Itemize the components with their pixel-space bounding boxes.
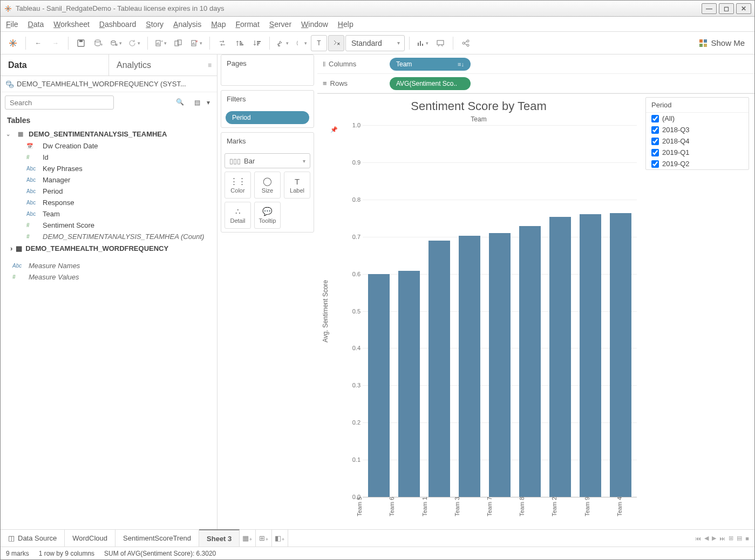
sheet-tab-sentimentscoretrend[interactable]: SentimentScoreTrend: [115, 530, 199, 547]
rows-pill-avg-sentiment[interactable]: AVG(Sentiment Sco..: [390, 77, 471, 90]
mark-detail-button[interactable]: ∴Detail: [225, 202, 251, 229]
mark-color-button[interactable]: ⋮⋮Color: [225, 172, 251, 199]
tab-data[interactable]: Data: [1, 54, 108, 76]
mark-label-button[interactable]: TLabel: [284, 172, 310, 199]
bar-team-3[interactable]: [457, 125, 482, 497]
next-tab-button[interactable]: ▶: [712, 535, 716, 542]
field-team[interactable]: AbcTeam: [1, 208, 217, 220]
field-measure-names[interactable]: Abc Measure Names: [1, 260, 217, 271]
group-button[interactable]: [293, 35, 310, 51]
bar-team-8[interactable]: [517, 125, 543, 497]
menu-help[interactable]: Help: [338, 20, 353, 29]
bar-team-5[interactable]: [366, 125, 392, 497]
prev-tab-button[interactable]: ◀: [704, 535, 709, 542]
field-id[interactable]: #Id: [1, 152, 217, 163]
field-demo-sentimentanalysis-teamhea-count-[interactable]: #DEMO_SENTIMENTANALYSIS_TEAMHEA (Count): [1, 231, 217, 242]
menu-story[interactable]: Story: [146, 20, 164, 29]
share-button[interactable]: [458, 35, 474, 51]
columns-shelf[interactable]: ⦀Columns Team≡↓: [317, 54, 754, 74]
redo-button[interactable]: →: [47, 35, 64, 51]
datasource-row[interactable]: DEMO_TEAMHEALTH_WORDFREQUENCY (SYST...: [1, 76, 217, 92]
menu-dashboard[interactable]: Dashboard: [99, 20, 137, 29]
window-minimize-button[interactable]: —: [702, 3, 717, 14]
mark-size-button[interactable]: ◯Size: [254, 172, 281, 199]
search-input[interactable]: [5, 95, 114, 110]
refresh-button[interactable]: [126, 35, 143, 51]
sort-asc-button[interactable]: [232, 35, 248, 51]
field-sentiment-score[interactable]: #Sentiment Score: [1, 220, 217, 231]
view-list-icon[interactable]: ▤: [192, 97, 203, 108]
new-worksheet-tab-button[interactable]: ▦₊: [240, 530, 256, 547]
swap-button[interactable]: [214, 35, 230, 51]
sort-desc-button[interactable]: [249, 35, 265, 51]
presentation-button[interactable]: [432, 35, 448, 51]
show-tabs-button[interactable]: ■: [745, 535, 749, 542]
bar-team-2[interactable]: [547, 125, 573, 497]
duplicate-button[interactable]: [171, 35, 187, 51]
filter-checkbox[interactable]: [651, 115, 659, 122]
new-story-tab-button[interactable]: ◧₊: [272, 530, 288, 547]
fix-axes-button[interactable]: ✕: [328, 35, 344, 51]
menu-format[interactable]: Format: [235, 20, 259, 29]
fit-selector[interactable]: Standard: [345, 35, 405, 51]
tableau-logo-button[interactable]: [5, 35, 21, 51]
new-datasource-button[interactable]: +: [90, 35, 106, 51]
filter-pill-period[interactable]: Period: [226, 111, 309, 124]
filter-checkbox[interactable]: [651, 160, 659, 168]
mark-type-selector[interactable]: ▯▯▯ Bar: [225, 153, 310, 168]
menu-server[interactable]: Server: [269, 20, 291, 29]
field-key-phrases[interactable]: AbcKey Phrases: [1, 163, 217, 174]
undo-button[interactable]: ←: [30, 35, 46, 51]
field-manager[interactable]: AbcManager: [1, 174, 217, 186]
filter-item-2018-q4[interactable]: 2018-Q4: [646, 135, 749, 147]
filter-checkbox[interactable]: [651, 149, 659, 156]
show-me-button[interactable]: Show Me: [693, 38, 750, 47]
menu-map[interactable]: Map: [211, 20, 226, 29]
filter-checkbox[interactable]: [651, 138, 659, 145]
table-wordfreq[interactable]: › ▦ DEMO_TEAMHEALTH_WORDFREQUENCY: [1, 242, 217, 255]
filter-item-2019-q2[interactable]: 2019-Q2: [646, 158, 749, 169]
menu-worksheet[interactable]: Worksheet: [53, 20, 90, 29]
show-cards-button[interactable]: [414, 35, 431, 51]
menu-window[interactable]: Window: [301, 20, 328, 29]
pages-card[interactable]: Pages: [221, 54, 314, 86]
field-response[interactable]: AbcResponse: [1, 197, 217, 208]
first-tab-button[interactable]: ⏮: [695, 535, 701, 542]
menu-file[interactable]: File: [6, 20, 18, 29]
table-sentiment[interactable]: ⌄ ▦ DEMO_SENTIMENTANALYSIS_TEAMHEA: [1, 128, 217, 140]
chart-viz[interactable]: Sentiment Score by Team Team Avg. Sentim…: [317, 94, 643, 529]
view-options-dropdown[interactable]: ▾: [204, 97, 213, 108]
field-measure-values[interactable]: # Measure Values: [1, 271, 217, 283]
columns-pill-team[interactable]: Team≡↓: [390, 58, 471, 71]
show-sheets-button[interactable]: ⊞: [729, 535, 733, 542]
filter-item-2018-q3[interactable]: 2018-Q3: [646, 124, 749, 135]
clear-button[interactable]: [188, 35, 205, 51]
menu-data[interactable]: Data: [28, 20, 44, 29]
field-period[interactable]: AbcPeriod: [1, 186, 217, 197]
pause-autoupdate-button[interactable]: [107, 35, 125, 51]
rows-shelf[interactable]: ≡Rows AVG(Sentiment Sco..: [317, 74, 754, 93]
filters-card[interactable]: Filters Period: [221, 90, 314, 128]
new-worksheet-button[interactable]: +: [152, 35, 169, 51]
mark-tooltip-button[interactable]: 💬Tooltip: [254, 202, 281, 229]
filter-item-2019-q1[interactable]: 2019-Q1: [646, 147, 749, 158]
last-tab-button[interactable]: ⏭: [719, 535, 725, 542]
labels-button[interactable]: T: [311, 35, 327, 51]
show-filmstrip-button[interactable]: ▤: [737, 535, 742, 542]
bar-team-1[interactable]: [426, 125, 452, 497]
bar-team-9[interactable]: [577, 125, 603, 497]
tab-analytics[interactable]: Analytics: [108, 54, 217, 76]
window-close-button[interactable]: ✕: [736, 3, 751, 14]
window-maximize-button[interactable]: ◻: [719, 3, 734, 14]
sheet-tab-sheet-3[interactable]: Sheet 3: [199, 529, 240, 547]
sheet-tab-wordcloud[interactable]: WordCloud: [65, 530, 115, 547]
bar-team-6[interactable]: [396, 125, 422, 497]
new-dashboard-tab-button[interactable]: ⊞₊: [256, 530, 272, 547]
menu-analysis[interactable]: Analysis: [173, 20, 201, 29]
filter-item--all-[interactable]: (All): [646, 113, 749, 124]
bar-team-4[interactable]: [608, 125, 634, 497]
filter-checkbox[interactable]: [651, 126, 659, 134]
highlight-button[interactable]: [274, 35, 291, 51]
field-dw-creation-date[interactable]: 📅Dw Creation Date: [1, 140, 217, 152]
bar-team-7[interactable]: [487, 125, 513, 497]
